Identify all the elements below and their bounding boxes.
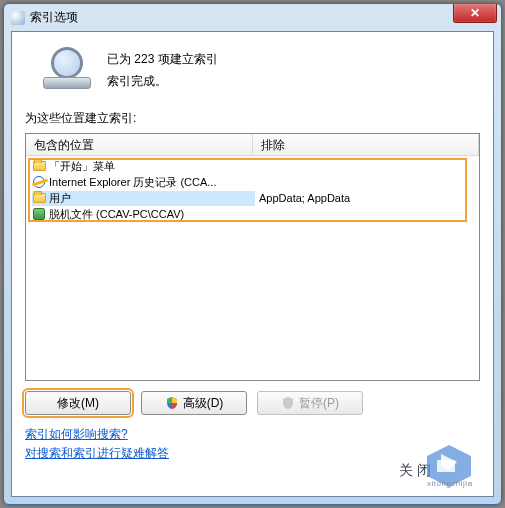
titlebar[interactable]: 索引选项 ✕ (4, 4, 501, 31)
status-text: 已为 223 项建立索引 索引完成。 (107, 45, 218, 92)
list-item-excluded: AppData; AppData (255, 192, 477, 204)
pause-button: 暂停(P) (257, 391, 363, 415)
advanced-button[interactable]: 高级(D) (141, 391, 247, 415)
column-included[interactable]: 包含的位置 (26, 134, 253, 155)
status-area: 已为 223 项建立索引 索引完成。 (25, 45, 480, 92)
uac-shield-icon (281, 396, 295, 410)
close-button[interactable]: ✕ (453, 4, 497, 23)
list-item[interactable]: 脱机文件 (CCAV-PC\CCAV) (28, 206, 477, 222)
window-title: 索引选项 (30, 9, 453, 26)
list-item[interactable]: 「开始」菜单 (28, 158, 477, 174)
svg-text:xitongzhijia: xitongzhijia (427, 479, 473, 488)
close-icon: ✕ (470, 6, 480, 20)
list-item-label: 「开始」菜单 (49, 159, 115, 174)
uac-shield-icon (165, 396, 179, 410)
column-excluded[interactable]: 排除 (253, 134, 479, 155)
buttons-row: 修改(M) 高级(D) 暂停(P) (25, 391, 480, 415)
indexing-icon (41, 45, 91, 89)
status-line-done: 索引完成。 (107, 71, 218, 93)
folder-icon (32, 159, 46, 173)
link-troubleshoot[interactable]: 对搜索和索引进行疑难解答 (25, 446, 169, 460)
footer-obscured-text: 关闭 (399, 462, 435, 480)
list-item[interactable]: Internet Explorer 历史记录 (CCA... (28, 174, 477, 190)
modify-button[interactable]: 修改(M) (25, 391, 131, 415)
list-item-label: Internet Explorer 历史记录 (CCA... (49, 175, 217, 190)
locations-list[interactable]: 包含的位置 排除 「开始」菜单 Internet Explorer 历史记录 (… (25, 133, 480, 381)
offline-files-icon (32, 207, 46, 221)
locations-label: 为这些位置建立索引: (25, 110, 480, 127)
list-item-label: 用户 (49, 191, 71, 206)
list-body: 「开始」菜单 Internet Explorer 历史记录 (CCA... 用户… (26, 156, 479, 224)
help-links: 索引如何影响搜索? 对搜索和索引进行疑难解答 (25, 425, 480, 463)
list-item-label: 脱机文件 (CCAV-PC\CCAV) (49, 207, 184, 222)
pause-button-label: 暂停(P) (299, 395, 339, 412)
advanced-button-label: 高级(D) (183, 395, 224, 412)
link-how-indexing-affects-search[interactable]: 索引如何影响搜索? (25, 427, 128, 441)
window-content: 已为 223 项建立索引 索引完成。 为这些位置建立索引: 包含的位置 排除 「… (11, 31, 494, 497)
list-item[interactable]: 用户 AppData; AppData (28, 190, 477, 206)
window-icon (11, 11, 25, 25)
status-line-count: 已为 223 项建立索引 (107, 49, 218, 71)
list-header[interactable]: 包含的位置 排除 (26, 134, 479, 156)
ie-icon (32, 175, 46, 189)
indexing-options-window: 索引选项 ✕ 已为 223 项建立索引 索引完成。 为这些位置建立索引: 包含的… (3, 3, 502, 505)
folder-icon (32, 191, 46, 205)
